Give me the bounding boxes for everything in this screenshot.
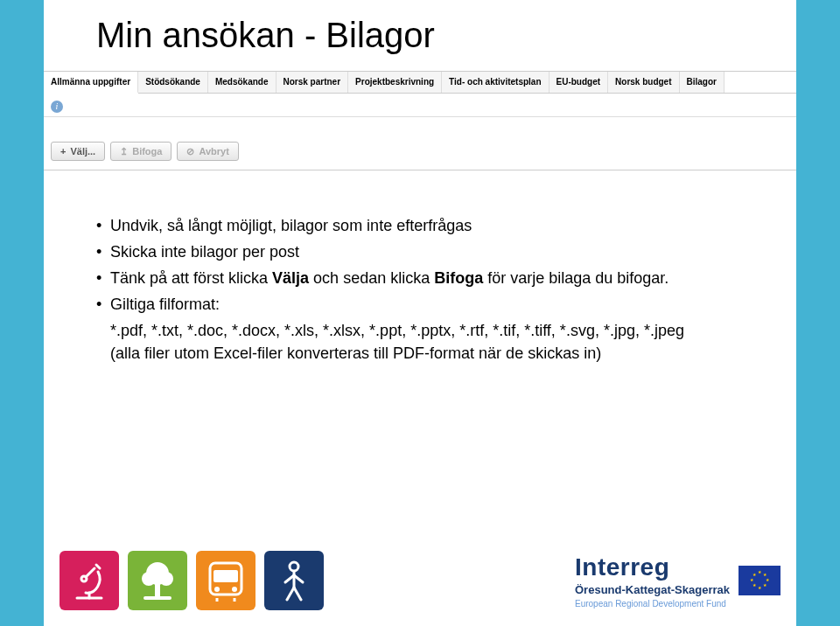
file-formats: *.pdf, *.txt, *.doc, *.docx, *.xls, *.xl… — [96, 319, 744, 342]
eu-flag-icon: ★ ★ ★ ★ ★ ★ ★ ★ — [738, 566, 780, 595]
brand-text: Interreg Öresund-Kattegat-Skagerrak Euro… — [575, 553, 730, 609]
person-icon — [264, 551, 324, 610]
select-button[interactable]: + Välj... — [51, 142, 105, 161]
tab-norsk-partner[interactable]: Norsk partner — [276, 72, 349, 93]
select-button-label: Välj... — [70, 146, 95, 156]
footer: Interreg Öresund-Kattegat-Skagerrak Euro… — [60, 551, 780, 610]
bullet-1: Undvik, så långt möjligt, bilagor som in… — [96, 214, 744, 237]
tab-eu-budget[interactable]: EU-budget — [550, 72, 609, 93]
svg-point-5 — [142, 572, 156, 586]
cancel-icon: ⊘ — [186, 147, 194, 156]
brand-title: Interreg — [575, 553, 730, 581]
info-bar: i — [44, 94, 796, 117]
badge-row — [60, 551, 324, 610]
brand-subtitle: Öresund-Kattegat-Skagerrak — [575, 583, 730, 596]
tab-norsk-budget[interactable]: Norsk budget — [608, 72, 679, 93]
brand-tagline: European Regional Development Fund — [575, 599, 730, 609]
bus-icon — [196, 551, 256, 610]
svg-point-11 — [214, 587, 220, 592]
tab-stodsokande[interactable]: Stödsökande — [138, 72, 208, 93]
toolbar: + Välj... ↥ Bifoga ⊘ Avbryt — [44, 117, 796, 170]
brand-block: Interreg Öresund-Kattegat-Skagerrak Euro… — [575, 553, 780, 609]
tree-icon — [128, 551, 187, 610]
info-icon[interactable]: i — [51, 101, 63, 113]
svg-point-12 — [232, 587, 237, 592]
bullet-3: Tänk på att först klicka Välja och sedan… — [96, 267, 744, 289]
svg-line-2 — [96, 565, 100, 568]
svg-line-19 — [287, 588, 294, 600]
tab-bar: Allmänna uppgifter Stödsökande Medsökand… — [44, 72, 796, 94]
bullet-2: Skicka inte bilagor per post — [96, 240, 744, 263]
svg-line-20 — [294, 588, 301, 600]
tab-projektbeskrivning[interactable]: Projektbeskrivning — [348, 72, 442, 93]
svg-rect-10 — [214, 570, 238, 582]
badge-bus — [196, 551, 256, 610]
microscope-icon — [60, 551, 119, 610]
badge-tree — [128, 551, 187, 610]
svg-line-1 — [86, 568, 94, 577]
file-formats-note: (alla filer utom Excel-filer konverteras… — [96, 342, 744, 365]
badge-microscope — [60, 551, 119, 610]
cancel-button-label: Avbryt — [199, 146, 228, 156]
svg-rect-7 — [155, 582, 160, 598]
cancel-button[interactable]: ⊘ Avbryt — [177, 142, 238, 161]
app-screenshot: Allmänna uppgifter Stödsökande Medsökand… — [44, 71, 796, 170]
svg-point-3 — [81, 576, 87, 581]
tab-medsokande[interactable]: Medsökande — [208, 72, 276, 93]
svg-rect-8 — [144, 596, 172, 600]
upload-icon: ↥ — [120, 147, 128, 156]
svg-point-6 — [159, 572, 173, 586]
attach-button[interactable]: ↥ Bifoga — [110, 142, 172, 161]
tab-tid-aktivitetsplan[interactable]: Tid- och aktivitetsplan — [442, 72, 549, 93]
plus-icon: + — [60, 147, 66, 156]
attach-button-label: Bifoga — [132, 146, 162, 156]
page-title: Min ansökan - Bilagor — [44, 0, 796, 55]
bullet-4: Giltiga filformat: — [96, 293, 744, 316]
slide: Min ansökan - Bilagor Allmänna uppgifter… — [44, 0, 796, 626]
badge-person — [264, 551, 324, 610]
svg-point-15 — [290, 562, 298, 571]
tab-allmanna-uppgifter[interactable]: Allmänna uppgifter — [44, 72, 138, 94]
body-text: Undvik, så långt möjligt, bilagor som in… — [44, 170, 796, 365]
tab-bilagor[interactable]: Bilagor — [680, 72, 724, 93]
